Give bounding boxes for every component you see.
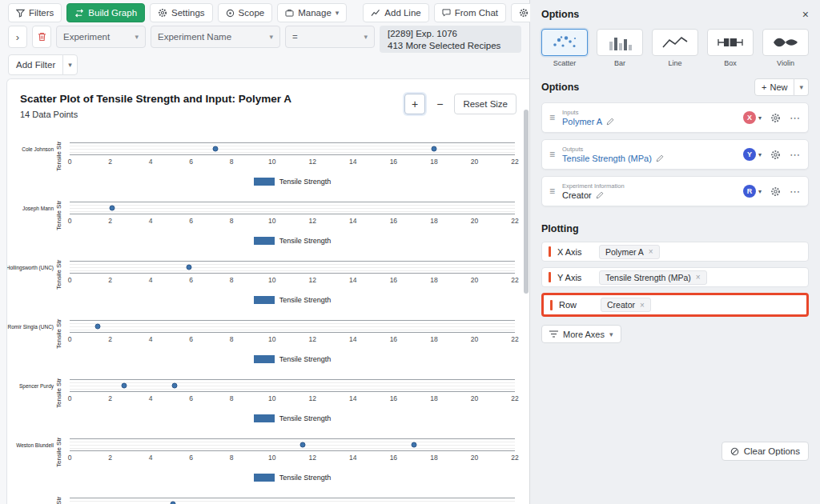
facet-x-axis-ticks: 0246810121416182022 [70,333,515,343]
add-filter-dropdown-button[interactable]: ▾ [62,54,78,75]
chart-type-box[interactable]: Box [707,29,754,67]
facet-plot-band [70,142,515,155]
drag-handle-icon[interactable]: ≡ [549,149,555,160]
facet-container: Cole Johnson Tensile Str 024681012141618… [7,142,529,504]
from-chat-button[interactable]: From Chat [434,3,506,22]
expand-filter-button[interactable]: › [8,26,27,48]
x-tick-label: 12 [309,394,316,402]
chevron-down-icon[interactable]: ▾ [758,151,762,158]
option-value: Tensile Strength (MPa) [562,153,743,164]
filter-row: › Experiment ▾ Experiment Name ▾ = ▾ [22… [0,26,529,54]
chart-type-violin[interactable]: Violin [762,29,809,67]
zoom-out-button[interactable]: − [433,98,446,110]
chevron-down-icon[interactable]: ▾ [758,114,762,122]
zoom-in-button[interactable]: + [404,94,425,114]
new-option-button[interactable]: + New [754,78,794,96]
manage-button[interactable]: Manage ▾ [277,3,347,22]
chevron-down-icon[interactable]: ▾ [758,188,762,195]
drag-handle-icon[interactable]: ≡ [549,112,555,123]
clear-options-button[interactable]: Clear Options [722,442,809,461]
x-tick-label: 4 [149,158,153,166]
new-option-dropdown-button[interactable]: ▾ [794,78,809,96]
x-tick-label: 6 [189,276,193,284]
axis-drag-accent[interactable] [550,300,553,310]
new-option-split-button: + New ▾ [754,78,809,96]
facet-y-axis-label: Tensile Str [55,138,62,171]
axis-drag-accent[interactable] [549,272,551,282]
x-tick-label: 14 [349,276,356,284]
remove-chip-icon[interactable]: × [649,247,653,256]
x-tick-label: 16 [390,335,397,343]
axis-badge-x[interactable]: X [743,111,756,124]
chart-type-bar[interactable]: Bar [597,29,643,67]
axis-badge-r[interactable]: R [743,185,756,198]
x-axis-row: X Axis Polymer A × [541,242,809,262]
option-settings-gear-icon[interactable] [770,186,781,197]
reset-size-button[interactable]: Reset Size [454,94,517,114]
edit-pencil-icon[interactable] [596,191,604,199]
bar-chart-icon [605,34,634,50]
x-tick-label: 10 [268,276,275,284]
y-axis-chip[interactable]: Tensile Strength (MPa) × [599,270,707,285]
axis-badge-y[interactable]: Y [743,148,756,161]
line-chart-icon [371,9,380,17]
settings-label: Settings [171,8,205,18]
option-settings-gear-icon[interactable] [770,113,781,123]
settings-button[interactable]: Settings [150,3,213,22]
option-card-experiment-info[interactable]: ≡ Experiment Information Creator R ▾ ⋯ [541,176,809,206]
more-options-ellipsis-icon[interactable]: ⋯ [790,150,801,160]
drag-handle-icon[interactable]: ≡ [549,186,555,197]
app-window: Filters Build Graph Settings Scope Manag… [0,0,820,504]
legend-label: Tensile Strength [279,296,332,304]
more-options-ellipsis-icon[interactable]: ⋯ [790,113,801,123]
option-value-text[interactable]: Polymer A [562,116,602,127]
more-axes-button[interactable]: More Axes ▾ [541,325,621,343]
option-card-input[interactable]: ≡ Inputs Polymer A X ▾ ⋯ [541,102,809,133]
filter-category-select[interactable]: Experiment ▾ [56,26,146,48]
option-value-text[interactable]: Tensile Strength (MPa) [562,153,652,164]
filters-button[interactable]: Filters [8,3,62,22]
legend-swatch [254,178,275,186]
edit-pencil-icon[interactable] [606,118,614,126]
facet-row-label: Joel Hollingsworth (UNC) [6,265,54,270]
add-line-button[interactable]: Add Line [363,3,428,22]
add-filter-button[interactable]: Add Filter [8,54,63,75]
selected-recipes-more: 413 More Selected Recipes [388,40,513,52]
filter-category-value: Experiment [63,32,110,42]
chevron-down-icon: ▾ [609,330,613,338]
close-icon[interactable]: × [802,9,809,20]
axis-drag-accent[interactable] [549,246,551,257]
x-axis-chip-label: Polymer A [605,247,644,257]
facet-y-axis-label: Tensile Str [55,197,62,230]
scope-button[interactable]: Scope [218,3,273,22]
x-axis-chip[interactable]: Polymer A × [599,245,660,259]
chart-type-scatter[interactable]: Scatter [541,29,588,67]
remove-chip-icon[interactable]: × [696,273,701,282]
chart-type-line[interactable]: Line [652,29,698,67]
legend-swatch [254,355,275,363]
chart-scrollbar[interactable] [524,110,529,294]
scatter-point [431,146,436,152]
scope-target-icon [226,9,235,18]
more-options-ellipsis-icon[interactable]: ⋯ [790,186,801,197]
edit-pencil-icon[interactable] [656,154,664,162]
x-tick-label: 20 [471,335,478,343]
options-header-label: Options [541,82,579,93]
filter-operator-select[interactable]: = ▾ [285,26,375,48]
delete-filter-button[interactable] [32,26,51,48]
filter-icon [16,9,25,18]
option-settings-gear-icon[interactable] [770,150,781,160]
legend-swatch [254,296,275,304]
filter-field-select[interactable]: Experiment Name ▾ [151,26,280,48]
option-card-output[interactable]: ≡ Outputs Tensile Strength (MPa) Y ▾ ⋯ [541,139,809,170]
chevron-down-icon: ▾ [336,9,340,17]
remove-chip-icon[interactable]: × [640,301,645,310]
facet-row: Spencer Purdy Tensile Str 02468101214161… [7,379,529,438]
clear-options-label: Clear Options [744,446,800,456]
option-value-text[interactable]: Creator [562,190,592,201]
row-axis-chip[interactable]: Creator × [601,298,651,312]
selected-recipes-box[interactable]: [2289] Exp. 1076 413 More Selected Recip… [380,26,521,53]
build-graph-button[interactable]: Build Graph [66,3,145,22]
facet-legend: Tensile Strength [70,473,515,482]
x-tick-label: 6 [189,158,193,166]
